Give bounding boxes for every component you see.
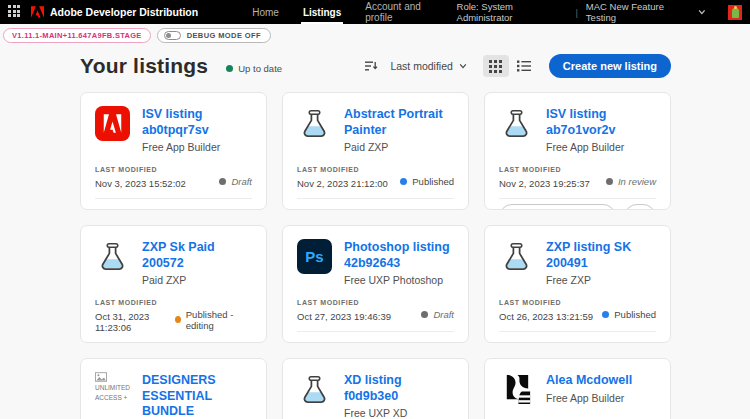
sort-icon [364, 59, 378, 73]
adobe-app-icon [95, 106, 130, 141]
listing-card: ISV listing ab7o1vor2v Free App Builder … [484, 92, 671, 210]
view-toggle [483, 55, 537, 77]
listing-type: Free App Builder [546, 392, 632, 404]
top-header: Adobe Developer Distribution Home Listin… [0, 0, 750, 24]
status-dot-icon [606, 178, 613, 185]
role-label: Role: System Administrator [457, 1, 568, 23]
card-divider [95, 198, 252, 199]
grid-view-button[interactable] [483, 55, 509, 77]
last-modified-label: LAST MODIFIED [95, 299, 175, 306]
chevron-down-icon [459, 62, 467, 70]
status-dot-icon [219, 178, 226, 185]
app-launcher-icon[interactable] [8, 5, 22, 19]
sort-by-dropdown[interactable]: Last modified [390, 60, 466, 72]
uptodate-dot-icon [226, 65, 233, 72]
status-dot-icon [175, 316, 181, 323]
status-text: Published - editing [186, 309, 252, 331]
last-modified-date: Oct 27, 2023 19:46:39 [297, 311, 391, 322]
brand: Adobe Developer Distribution [31, 6, 198, 18]
status-dot-icon [400, 178, 407, 185]
listing-card: ZXP Sk Paid 200572 Paid ZXP LAST MODIFIE… [80, 225, 267, 343]
adobe-logo-icon [31, 6, 44, 18]
status-badge: Draft [421, 306, 454, 322]
sync-status-text: Up to date [238, 63, 282, 74]
status-text: Published [412, 176, 454, 187]
listing-title-link[interactable]: Alea Mcdowell [546, 373, 632, 389]
listing-title-link[interactable]: Abstract Portrait Painter [344, 107, 454, 138]
status-text: Draft [231, 176, 252, 187]
card-action-button[interactable]: Recall submission [499, 204, 616, 210]
card-divider [297, 198, 454, 199]
flask-icon [499, 239, 534, 274]
org-selector[interactable]: MAC New Feature Testing [586, 1, 706, 23]
listing-title-link[interactable]: DESIGNERS ESSENTIAL BUNDLE [142, 373, 252, 419]
nav-account-and-profile[interactable]: Account and profile [353, 0, 456, 24]
grid-view-icon [489, 60, 502, 73]
listing-card: Abstract Portrait Painter Paid ZXP LAST … [282, 92, 469, 210]
nav-home[interactable]: Home [240, 0, 291, 24]
status-badge: In review [606, 173, 656, 189]
listing-card: Alea Mcdowell Free App Builder LAST MODI… [484, 358, 671, 419]
status-text: Published [614, 309, 656, 320]
flask-icon [297, 372, 332, 407]
debug-bar: V1.11.1-MAIN+11.647A9FB.STAGE DEBUG MODE… [0, 24, 750, 42]
listing-title-link[interactable]: Photoshop listing 42b92643 [344, 240, 454, 271]
last-modified-label: LAST MODIFIED [297, 299, 391, 306]
status-badge: Published [602, 306, 656, 322]
listing-card: Ps Photoshop listing 42b92643 Free UXP P… [282, 225, 469, 343]
last-modified-date: Oct 26, 2023 13:21:59 [499, 311, 593, 322]
listing-type: Paid ZXP [344, 141, 454, 153]
nav-listings[interactable]: Listings [291, 0, 353, 24]
last-modified-date: Nov 2, 2023 21:12:00 [297, 178, 388, 189]
last-modified-label: LAST MODIFIED [297, 166, 388, 173]
listing-type: Free App Builder [142, 141, 252, 153]
last-modified-label: LAST MODIFIED [499, 299, 593, 306]
listing-type: Free ZXP [546, 274, 656, 286]
card-divider [95, 342, 252, 343]
listing-title-link[interactable]: XD listing f0d9b3e0 [344, 373, 454, 404]
listing-title-link[interactable]: ZXP Sk Paid 200572 [142, 240, 252, 271]
app-title: Adobe Developer Distribution [50, 6, 198, 18]
card-divider [499, 198, 656, 199]
last-modified-date: Oct 31, 2023 11:23:06 [95, 311, 175, 333]
version-badge: V1.11.1-MAIN+11.647A9FB.STAGE [3, 28, 151, 43]
status-text: Draft [433, 309, 454, 320]
more-actions-button[interactable] [624, 204, 656, 210]
main-nav: Home Listings Account and profile [240, 0, 456, 24]
flask-icon [499, 106, 534, 141]
listing-type: Free UXP Photoshop [344, 274, 454, 286]
last-modified-label: LAST MODIFIED [499, 166, 590, 173]
listing-card: UNLIMITED ACCESS + DESIGNERS ESSENTIAL B… [80, 358, 267, 419]
avatar[interactable] [728, 5, 743, 20]
org-name: MAC New Feature Testing [586, 1, 693, 23]
list-view-button[interactable] [511, 55, 537, 77]
status-badge: Published - editing [175, 306, 252, 333]
sort-by-value: Last modified [390, 60, 452, 72]
broken-image-icon: UNLIMITED ACCESS + [95, 372, 135, 403]
flask-icon [95, 239, 130, 274]
last-modified-label: LAST MODIFIED [95, 166, 186, 173]
card-divider [297, 331, 454, 332]
status-badge: Published [400, 173, 454, 189]
page-title: Your listings [80, 54, 208, 78]
debug-mode-toggle[interactable]: DEBUG MODE OFF [157, 28, 271, 43]
toggle-switch-icon [164, 31, 181, 40]
status-badge: Draft [219, 173, 252, 189]
sync-status: Up to date [226, 63, 282, 74]
listing-card: XD listing f0d9b3e0 Free UXP XD LAST MOD… [282, 358, 469, 419]
listing-title-link[interactable]: ISV listing ab0tpqr7sv [142, 107, 252, 138]
bw-artwork-icon [499, 372, 534, 407]
listing-type: Free App Builder [546, 141, 656, 153]
listing-title-link[interactable]: ZXP listing SK 200491 [546, 240, 656, 271]
last-modified-date: Nov 2, 2023 19:25:37 [499, 178, 590, 189]
listing-card: ISV listing ab0tpqr7sv Free App Builder … [80, 92, 267, 210]
debug-toggle-label: DEBUG MODE OFF [187, 31, 261, 40]
photoshop-icon: Ps [297, 239, 332, 274]
sort-order-button[interactable] [364, 59, 378, 73]
create-new-listing-button[interactable]: Create new listing [549, 54, 671, 78]
last-modified-date: Nov 3, 2023 15:52:02 [95, 178, 186, 189]
list-view-icon [517, 60, 531, 72]
listing-title-link[interactable]: ISV listing ab7o1vor2v [546, 107, 656, 138]
status-dot-icon [602, 311, 609, 318]
listings-grid: ISV listing ab0tpqr7sv Free App Builder … [80, 92, 671, 419]
